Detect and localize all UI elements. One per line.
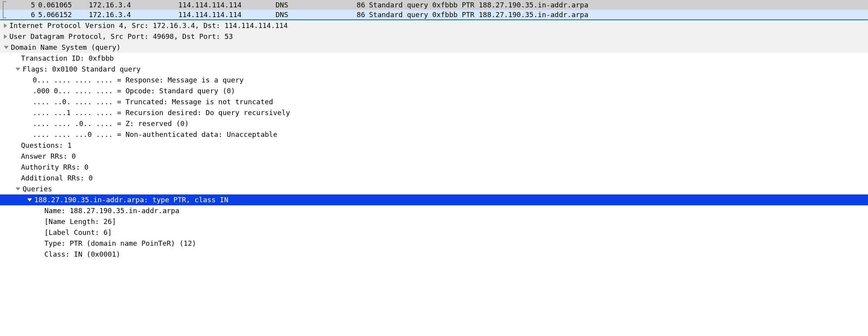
tree-item-query-name[interactable]: Name: 188.27.190.35.in-addr.arpa [0, 205, 868, 216]
tree-item-flags[interactable]: Flags: 0x0100 Standard query [0, 64, 868, 75]
packet-time: 0.061065 [38, 0, 89, 10]
tree-item-queries[interactable]: Queries [0, 184, 868, 194]
packet-row[interactable]: 5 0.061065 172.16.3.4 114.114.114.114 DN… [0, 0, 868, 10]
tree-label: Transaction ID: 0xfbbb [21, 53, 114, 63]
packet-info: Standard query 0xfbbb PTR 188.27.190.35.… [369, 0, 868, 10]
packet-protocol: DNS [276, 0, 342, 10]
tree-label: .... .... ...0 .... = Non-authenticated … [33, 130, 278, 139]
packet-details-pane: Internet Protocol Version 4, Src: 172.16… [0, 20, 868, 260]
packet-source: 172.16.3.4 [89, 0, 178, 10]
tree-item-query-name-length[interactable]: [Name Length: 26] [0, 216, 868, 227]
tree-item-flag[interactable]: .... .... ...0 .... = Non-authenticated … [0, 129, 868, 140]
packet-info: Standard query 0xfbbb PTR 188.27.190.35.… [369, 10, 868, 19]
packet-row[interactable]: 6 5.066152 172.16.3.4 114.114.114.114 DN… [0, 10, 868, 19]
tree-label: [Label Count: 6] [44, 228, 112, 237]
expand-collapse-icon[interactable] [27, 198, 32, 201]
tree-label: User Datagram Protocol, Src Port: 49698,… [9, 32, 233, 41]
tree-label: Queries [23, 184, 52, 194]
tree-item-ip[interactable]: Internet Protocol Version 4, Src: 172.16… [0, 20, 868, 31]
expand-collapse-icon[interactable] [4, 34, 7, 39]
tree-item-udp[interactable]: User Datagram Protocol, Src Port: 49698,… [0, 31, 868, 42]
tree-label: Flags: 0x0100 Standard query [23, 64, 141, 74]
packet-destination: 114.114.114.114 [178, 10, 276, 19]
packet-destination: 114.114.114.114 [178, 0, 276, 10]
tree-item-dns[interactable]: Domain Name System (query) [0, 42, 868, 53]
tree-label: [Name Length: 26] [44, 217, 116, 226]
tree-label: Additional RRs: 0 [21, 173, 93, 183]
expand-collapse-icon[interactable] [4, 23, 7, 28]
expand-collapse-icon[interactable] [16, 68, 20, 71]
tree-label: 188.27.190.35.in-addr.arpa: type PTR, cl… [34, 195, 228, 205]
packet-no: 5 [8, 0, 38, 10]
tree-item-answer-rrs[interactable]: Answer RRs: 0 [0, 151, 868, 162]
tree-item-flag[interactable]: .... ..0. .... .... = Truncated: Message… [0, 96, 868, 107]
tree-item-authority-rrs[interactable]: Authority RRs: 0 [0, 162, 868, 173]
tree-label: Internet Protocol Version 4, Src: 172.16… [9, 21, 288, 30]
tree-item-flag[interactable]: .... .... .0.. .... = Z: reserved (0) [0, 118, 868, 129]
tree-label: 0... .... .... .... = Response: Message … [33, 75, 244, 85]
tree-label: Questions: 1 [21, 140, 72, 150]
tree-label: .... ...1 .... .... = Recursion desired:… [33, 108, 290, 117]
tree-label: Authority RRs: 0 [21, 162, 88, 172]
tree-label: .000 0... .... .... = Opcode: Standard q… [33, 86, 235, 96]
packet-time: 5.066152 [38, 10, 89, 19]
packet-protocol: DNS [276, 10, 342, 19]
packet-no: 6 [8, 10, 38, 19]
tree-label: Name: 188.27.190.35.in-addr.arpa [44, 206, 179, 215]
tree-item-query-label-count[interactable]: [Label Count: 6] [0, 227, 868, 238]
tree-item-query-class[interactable]: Class: IN (0x0001) [0, 249, 868, 260]
packet-source: 172.16.3.4 [89, 10, 178, 19]
tree-label: Answer RRs: 0 [21, 151, 76, 161]
tree-item-flag[interactable]: .000 0... .... .... = Opcode: Standard q… [0, 86, 868, 96]
tree-item-additional-rrs[interactable]: Additional RRs: 0 [0, 173, 868, 184]
tree-label: .... ..0. .... .... = Truncated: Message… [33, 97, 273, 107]
tree-label: Domain Name System (query) [11, 42, 121, 52]
tree-label: .... .... .0.. .... = Z: reserved (0) [33, 119, 189, 128]
tree-label: Class: IN (0x0001) [44, 249, 120, 259]
tree-item-questions[interactable]: Questions: 1 [0, 140, 868, 151]
tree-label: Type: PTR (domain name PoinTeR) (12) [44, 238, 196, 248]
packet-length: 86 [342, 0, 369, 10]
packet-length: 86 [342, 10, 369, 19]
tree-item-transaction-id[interactable]: Transaction ID: 0xfbbb [0, 53, 868, 64]
expand-collapse-icon[interactable] [16, 187, 20, 191]
tree-item-query-selected[interactable]: 188.27.190.35.in-addr.arpa: type PTR, cl… [0, 194, 868, 205]
expand-collapse-icon[interactable] [4, 46, 9, 49]
tree-item-query-type[interactable]: Type: PTR (domain name PoinTeR) (12) [0, 238, 868, 249]
tree-item-flag[interactable]: .... ...1 .... .... = Recursion desired:… [0, 107, 868, 118]
packet-list: 5 0.061065 172.16.3.4 114.114.114.114 DN… [0, 0, 868, 20]
tree-item-flag[interactable]: 0... .... .... .... = Response: Message … [0, 75, 868, 86]
